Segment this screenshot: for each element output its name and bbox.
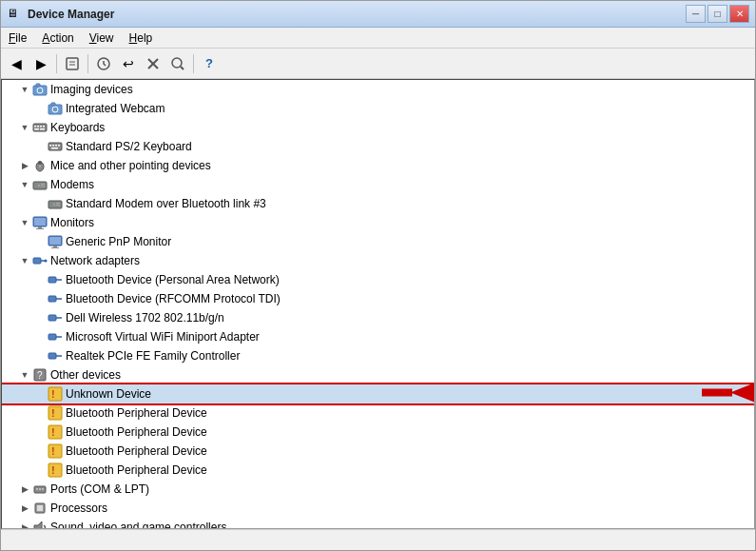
update-driver-button[interactable] bbox=[92, 52, 115, 75]
btpan-icon bbox=[48, 272, 63, 287]
svg-rect-23 bbox=[52, 145, 54, 147]
svg-rect-20 bbox=[40, 128, 45, 130]
svg-rect-34 bbox=[41, 186, 45, 187]
main-area: ▼ Imaging devices Integrated Webcam bbox=[1, 79, 755, 529]
btpd3-icon: ! bbox=[48, 443, 63, 459]
tree-node-unknown[interactable]: ! Unknown Device bbox=[2, 384, 754, 403]
svg-point-29 bbox=[38, 161, 42, 165]
tree-node-ports[interactable]: ▶ Ports (COM & LPT) bbox=[2, 480, 754, 499]
tree-node-modems[interactable]: ▼ Modems bbox=[2, 175, 754, 194]
svg-text:!: ! bbox=[51, 388, 55, 400]
svg-rect-42 bbox=[38, 226, 42, 228]
menu-action[interactable]: Action bbox=[34, 28, 81, 48]
svg-rect-21 bbox=[48, 143, 62, 150]
tree-node-netadapters[interactable]: ▼ Network adapters bbox=[2, 251, 754, 270]
svg-rect-39 bbox=[56, 205, 60, 206]
back-button[interactable]: ◀ bbox=[5, 52, 28, 75]
expand-icon-mice[interactable]: ▶ bbox=[17, 158, 32, 173]
btpd2-icon: ! bbox=[48, 424, 63, 440]
tree-node-btrfcomm[interactable]: Bluetooth Device (RFCOMM Protocol TDI) bbox=[2, 289, 754, 308]
expand-icon-keyboards[interactable]: ▼ bbox=[17, 120, 32, 135]
tree-node-other[interactable]: ▼ ? Other devices bbox=[2, 365, 754, 384]
svg-rect-22 bbox=[49, 145, 51, 147]
other-devices-label: Other devices bbox=[50, 366, 121, 384]
tree-node-mice[interactable]: ▶ Mice and other pointing devices bbox=[2, 156, 754, 175]
tree-node-btpd2[interactable]: ! Bluetooth Peripheral Device bbox=[2, 423, 754, 442]
scan-button[interactable] bbox=[166, 52, 189, 75]
svg-point-6 bbox=[172, 58, 182, 68]
tree-node-stdmodem[interactable]: Standard Modem over Bluetooth link #3 bbox=[2, 194, 754, 213]
tree-node-btpd3[interactable]: ! Bluetooth Peripheral Device bbox=[2, 442, 754, 461]
svg-rect-57 bbox=[48, 334, 56, 340]
window-title: Device Manager bbox=[28, 8, 114, 21]
svg-rect-0 bbox=[67, 58, 78, 69]
toolbar-separator-1 bbox=[56, 54, 57, 73]
tree-node-btpd1[interactable]: ! Bluetooth Peripheral Device bbox=[2, 403, 754, 423]
properties-button[interactable] bbox=[61, 52, 84, 75]
genmon-icon bbox=[48, 234, 63, 249]
ps2kb-icon bbox=[48, 139, 63, 154]
unknown-device-icon: ! bbox=[48, 386, 63, 402]
device-manager-window: 🖥 Device Manager ─ □ ✕ File Action View … bbox=[0, 0, 756, 551]
menu-view[interactable]: View bbox=[82, 28, 122, 48]
expand-icon-modems[interactable]: ▼ bbox=[17, 177, 32, 192]
menu-bar: File Action View Help bbox=[1, 28, 755, 49]
tree-node-webcam[interactable]: Integrated Webcam bbox=[2, 99, 754, 118]
maximize-button[interactable]: □ bbox=[708, 5, 727, 23]
svg-text:!: ! bbox=[51, 464, 55, 476]
svg-rect-25 bbox=[58, 145, 60, 147]
tree-node-dell1702[interactable]: Dell Wireless 1702 802.11b/g/n bbox=[2, 308, 754, 327]
svg-rect-45 bbox=[49, 237, 61, 245]
tree-node-btpd4[interactable]: ! Bluetooth Peripheral Device bbox=[2, 461, 754, 480]
tree-content: ▼ Imaging devices Integrated Webcam bbox=[2, 80, 754, 529]
forward-button[interactable]: ▶ bbox=[29, 52, 52, 75]
expand-icon-realtek bbox=[32, 348, 48, 364]
uninstall-button[interactable] bbox=[142, 52, 165, 75]
ps2kb-label: Standard PS/2 Keyboard bbox=[66, 138, 192, 155]
btrfcomm-icon bbox=[48, 291, 63, 306]
tree-node-keyboards[interactable]: ▼ Keyboards bbox=[2, 118, 754, 137]
menu-help[interactable]: Help bbox=[122, 28, 161, 48]
minimize-button[interactable]: ─ bbox=[686, 5, 706, 23]
btpd2-label: Bluetooth Peripheral Device bbox=[66, 423, 207, 441]
expand-icon-btpd3 bbox=[32, 443, 48, 459]
expand-icon-netadapters[interactable]: ▼ bbox=[17, 253, 32, 268]
other-devices-icon: ? bbox=[32, 367, 48, 383]
expand-icon-btpd1 bbox=[32, 405, 48, 421]
window-icon: 🖥 bbox=[7, 7, 22, 22]
title-bar-buttons: ─ □ ✕ bbox=[686, 5, 749, 23]
tree-node-monitors[interactable]: ▼ Monitors bbox=[2, 213, 754, 232]
tree-node-processors[interactable]: ▶ Processors bbox=[2, 499, 754, 518]
help-button[interactable]: ? bbox=[198, 52, 221, 75]
btpd1-label: Bluetooth Peripheral Device bbox=[66, 404, 207, 422]
btpd1-icon: ! bbox=[48, 405, 63, 421]
tree-node-realtek[interactable]: Realtek PCIe FE Family Controller bbox=[2, 346, 754, 365]
expand-icon-unknown bbox=[32, 386, 48, 402]
expand-icon-sound[interactable]: ▶ bbox=[17, 520, 32, 529]
svg-point-77 bbox=[39, 488, 41, 490]
status-bar bbox=[1, 529, 755, 550]
expand-icon-other[interactable]: ▼ bbox=[17, 367, 32, 383]
device-tree[interactable]: ▼ Imaging devices Integrated Webcam bbox=[1, 79, 755, 529]
svg-text:!: ! bbox=[51, 445, 55, 457]
tree-node-imaging[interactable]: ▼ Imaging devices bbox=[2, 80, 754, 99]
menu-file[interactable]: File bbox=[1, 28, 34, 48]
tree-node-sound[interactable]: ▶ Sound, video and game controllers bbox=[2, 518, 754, 529]
genmon-label: Generic PnP Monitor bbox=[66, 233, 171, 250]
rollback-button[interactable]: ↩ bbox=[117, 52, 140, 75]
btpd4-icon: ! bbox=[48, 462, 63, 478]
tree-node-msvwifi[interactable]: Microsoft Virtual WiFi Miniport Adapter bbox=[2, 327, 754, 346]
close-button[interactable]: ✕ bbox=[729, 5, 749, 23]
expand-icon-imaging[interactable]: ▼ bbox=[17, 82, 32, 97]
svg-marker-81 bbox=[34, 521, 42, 529]
svg-rect-18 bbox=[43, 126, 45, 128]
svg-rect-33 bbox=[41, 184, 45, 185]
expand-icon-ports[interactable]: ▶ bbox=[17, 482, 32, 497]
tree-node-btpan[interactable]: Bluetooth Device (Personal Area Network) bbox=[2, 270, 754, 289]
tree-node-genmon[interactable]: Generic PnP Monitor bbox=[2, 232, 754, 251]
tree-node-ps2kb[interactable]: Standard PS/2 Keyboard bbox=[2, 137, 754, 156]
expand-icon-monitors[interactable]: ▼ bbox=[17, 215, 32, 230]
svg-rect-53 bbox=[48, 296, 56, 302]
expand-icon-processors[interactable]: ▶ bbox=[17, 501, 32, 516]
monitors-label: Monitors bbox=[50, 214, 94, 231]
